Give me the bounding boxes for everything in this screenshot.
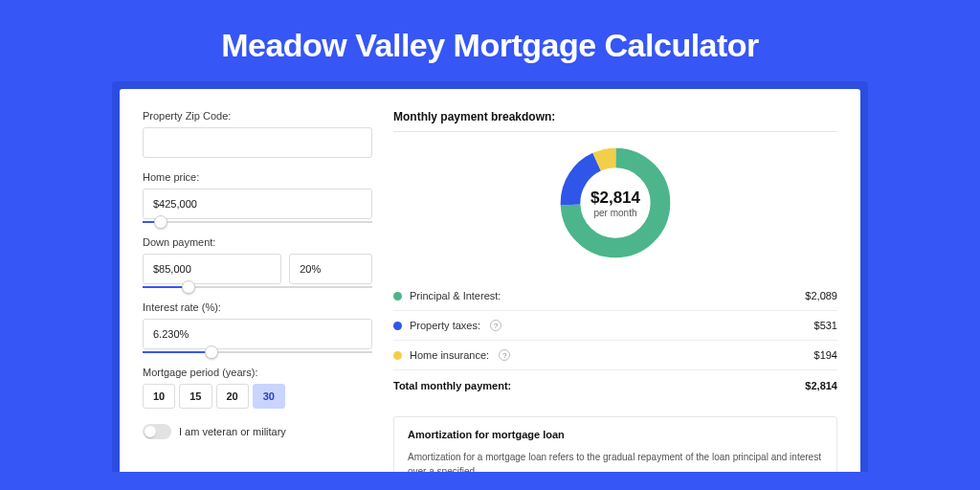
legend-dot <box>393 292 402 301</box>
home-price-label: Home price: <box>143 171 372 183</box>
home-price-slider[interactable] <box>143 221 372 223</box>
breakdown-column: Monthly payment breakdown: $2,814 per mo… <box>393 110 837 472</box>
total-row-label: Total monthly payment: <box>393 380 511 391</box>
legend-value: $194 <box>814 349 837 361</box>
veteran-label: I am veteran or military <box>179 426 286 437</box>
page-title: Meadow Valley Mortgage Calculator <box>0 0 980 81</box>
donut-total: $2,814 <box>590 189 640 208</box>
period-button-30[interactable]: 30 <box>253 384 285 409</box>
period-label: Mortgage period (years): <box>143 367 372 378</box>
slider-thumb[interactable] <box>182 280 195 294</box>
veteran-toggle-row: I am veteran or military <box>143 424 372 439</box>
interest-label: Interest rate (%): <box>143 301 372 313</box>
legend-row: Principal & Interest:$2,089 <box>393 281 837 311</box>
zip-input[interactable] <box>143 127 372 158</box>
period-button-20[interactable]: 20 <box>216 384 249 409</box>
legend-label: Property taxes: <box>410 320 480 331</box>
amortization-text: Amortization for a mortgage loan refers … <box>408 450 823 472</box>
down-payment-amount-input[interactable] <box>143 254 281 284</box>
down-payment-label: Down payment: <box>143 236 372 248</box>
info-icon[interactable]: ? <box>490 320 501 331</box>
legend-label: Home insurance: <box>410 349 489 361</box>
interest-slider[interactable] <box>143 351 372 353</box>
home-price-field: Home price: <box>143 171 372 223</box>
interest-field: Interest rate (%): <box>143 301 372 353</box>
toggle-knob <box>145 426 156 437</box>
amortization-title: Amortization for mortgage loan <box>408 429 823 440</box>
calculator-card-frame: Property Zip Code: Home price: Down paym… <box>112 81 868 472</box>
down-payment-slider[interactable] <box>143 286 372 288</box>
total-row: Total monthly payment: $2,814 <box>393 370 837 403</box>
donut-subtitle: per month <box>593 208 636 218</box>
legend-row: Property taxes:?$531 <box>393 311 837 341</box>
zip-label: Property Zip Code: <box>143 110 372 122</box>
legend-dot <box>393 351 402 360</box>
zip-field: Property Zip Code: <box>143 110 372 158</box>
home-price-input[interactable] <box>143 189 372 219</box>
inputs-column: Property Zip Code: Home price: Down paym… <box>143 110 372 472</box>
legend-label: Principal & Interest: <box>410 290 501 301</box>
period-button-10[interactable]: 10 <box>143 384 175 409</box>
down-payment-field: Down payment: <box>143 236 372 288</box>
slider-thumb[interactable] <box>205 345 218 359</box>
legend-value: $531 <box>814 320 837 331</box>
donut-chart-wrap: $2,814 per month <box>393 144 837 262</box>
period-button-15[interactable]: 15 <box>179 384 212 409</box>
donut-chart: $2,814 per month <box>556 144 675 262</box>
breakdown-title: Monthly payment breakdown: <box>393 110 837 132</box>
calculator-card: Property Zip Code: Home price: Down paym… <box>120 89 860 472</box>
legend: Principal & Interest:$2,089Property taxe… <box>393 281 837 370</box>
slider-thumb[interactable] <box>154 215 167 229</box>
legend-dot <box>393 322 402 330</box>
interest-input[interactable] <box>143 319 372 349</box>
down-payment-percent-input[interactable] <box>289 254 372 284</box>
amortization-card: Amortization for mortgage loan Amortizat… <box>393 416 837 472</box>
legend-value: $2,089 <box>805 290 837 301</box>
veteran-toggle[interactable] <box>143 424 171 439</box>
info-icon[interactable]: ? <box>499 349 510 361</box>
total-row-value: $2,814 <box>805 380 837 391</box>
legend-row: Home insurance:?$194 <box>393 341 837 370</box>
period-field: Mortgage period (years): 10152030 <box>143 367 372 409</box>
